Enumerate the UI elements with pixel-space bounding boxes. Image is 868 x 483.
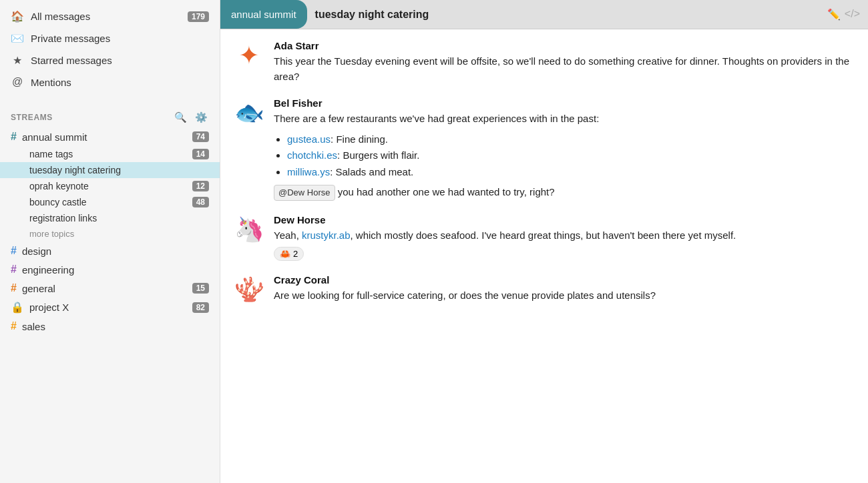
sidebar-stream-sales[interactable]: # sales bbox=[0, 317, 220, 336]
dew-text-after: , which mostly does seafood. I've heard … bbox=[351, 229, 736, 241]
star-icon: ★ bbox=[11, 54, 24, 67]
stream-badge-annual-summit: 74 bbox=[192, 131, 209, 142]
reaction-crab[interactable]: 🦀 2 bbox=[274, 247, 304, 261]
stream-hash-sales-icon: # bbox=[11, 320, 17, 332]
sidebar-item-starred-messages[interactable]: ★ Starred messages bbox=[0, 49, 220, 71]
sidebar: 🏠 All messages 179 ✉️ Private messages ★… bbox=[0, 0, 220, 483]
sender-dew: Dew Horse bbox=[274, 214, 855, 225]
stream-name-project-x: project X bbox=[29, 302, 188, 313]
dew-text-before: Yeah, bbox=[274, 229, 302, 241]
topic-label-name-tags: name tags bbox=[29, 149, 188, 159]
topic-label-bouncy-castle: bouncy castle bbox=[29, 197, 188, 207]
sidebar-nav: 🏠 All messages 179 ✉️ Private messages ★… bbox=[0, 0, 220, 98]
bel-text-before: There are a few restaurants we've had gr… bbox=[274, 113, 599, 124]
home-icon: 🏠 bbox=[11, 10, 24, 23]
milliwa-link[interactable]: milliwa.ys bbox=[287, 166, 330, 177]
sidebar-stream-design[interactable]: # design bbox=[0, 242, 220, 260]
sender-coral: Crazy Coral bbox=[274, 274, 855, 286]
message-text-dew: Yeah, krustykr.ab, which mostly does sea… bbox=[274, 228, 855, 244]
sidebar-item-all-messages[interactable]: 🏠 All messages 179 bbox=[0, 5, 220, 27]
list-item-milliwa: milliwa.ys: Salads and meat. bbox=[287, 165, 855, 180]
message-group-bel: 🐟 Bel Fisher There are a few restaurants… bbox=[234, 97, 855, 201]
bel-restaurant-list: gustea.us: Fine dining. chotchki.es: Bur… bbox=[287, 132, 855, 180]
avatar-bel: 🐟 bbox=[234, 97, 264, 128]
search-streams-button[interactable]: 🔍 bbox=[173, 110, 188, 125]
topbar-stream-tag[interactable]: annual summit bbox=[220, 0, 307, 29]
code-view-icon[interactable]: </> bbox=[845, 8, 860, 21]
bel-text-after: you had another one we had wanted to try… bbox=[338, 186, 555, 197]
stream-name-sales: sales bbox=[22, 321, 209, 332]
list-item-chotchki: chotchki.es: Burgers with flair. bbox=[287, 148, 855, 163]
sidebar-stream-annual-summit[interactable]: # annual summit 74 bbox=[0, 127, 220, 146]
envelope-icon: ✉️ bbox=[11, 32, 24, 45]
sidebar-stream-project-x[interactable]: 🔒 project X 82 bbox=[0, 298, 220, 317]
sidebar-label-all-messages: All messages bbox=[31, 11, 184, 22]
main-content: annual summit tuesday night catering ✏️ … bbox=[220, 0, 868, 483]
sidebar-stream-engineering[interactable]: # engineering bbox=[0, 260, 220, 279]
message-content-dew: Dew Horse Yeah, krustykr.ab, which mostl… bbox=[274, 214, 855, 262]
avatar-coral: 🪸 bbox=[234, 274, 264, 305]
streams-header: STREAMS 🔍 ⚙️ bbox=[0, 103, 220, 127]
sidebar-item-private-messages[interactable]: ✉️ Private messages bbox=[0, 27, 220, 49]
topbar-actions: ✏️ </> bbox=[827, 8, 868, 21]
stream-hash-engineering-icon: # bbox=[11, 264, 17, 276]
message-text-coral: Are we looking for full-service catering… bbox=[274, 288, 855, 304]
avatar-dew: 🦄 bbox=[234, 214, 264, 245]
lock-icon: 🔒 bbox=[11, 301, 24, 314]
sender-ada: Ada Starr bbox=[274, 40, 855, 51]
topic-label-tuesday-night-catering: tuesday night catering bbox=[29, 165, 209, 175]
krustykr-link[interactable]: krustykr.ab bbox=[302, 229, 351, 241]
streams-actions: 🔍 ⚙️ bbox=[173, 110, 209, 125]
list-item-gustea: gustea.us: Fine dining. bbox=[287, 132, 855, 147]
reaction-count: 2 bbox=[293, 249, 298, 259]
all-messages-badge: 179 bbox=[188, 11, 209, 22]
stream-badge-general: 15 bbox=[192, 283, 209, 294]
topic-label-oprah-keynote: oprah keynote bbox=[29, 181, 188, 191]
topic-registration-links[interactable]: registration links bbox=[0, 210, 220, 226]
stream-name-annual-summit: annual summit bbox=[22, 131, 188, 143]
manage-streams-button[interactable]: ⚙️ bbox=[194, 110, 209, 125]
message-group-dew: 🦄 Dew Horse Yeah, krustykr.ab, which mos… bbox=[234, 214, 855, 262]
reaction-emoji: 🦀 bbox=[280, 249, 290, 259]
topic-label-registration-links: registration links bbox=[29, 213, 209, 223]
message-content-bel: Bel Fisher There are a few restaurants w… bbox=[274, 97, 855, 201]
at-icon: @ bbox=[11, 76, 24, 88]
message-content-coral: Crazy Coral Are we looking for full-serv… bbox=[274, 274, 855, 305]
topbar: annual summit tuesday night catering ✏️ … bbox=[220, 0, 868, 29]
streams-section-label: STREAMS bbox=[11, 113, 173, 122]
sidebar-stream-general[interactable]: # general 15 bbox=[0, 279, 220, 298]
topic-bouncy-castle[interactable]: bouncy castle 48 bbox=[0, 194, 220, 210]
stream-hash-icon: # bbox=[11, 131, 17, 143]
message-group-coral: 🪸 Crazy Coral Are we looking for full-se… bbox=[234, 274, 855, 305]
mention-dew-horse[interactable]: @Dew Horse bbox=[274, 185, 335, 201]
stream-name-general: general bbox=[22, 283, 188, 294]
sidebar-label-starred-messages: Starred messages bbox=[31, 55, 209, 66]
topic-oprah-keynote[interactable]: oprah keynote 12 bbox=[0, 178, 220, 194]
stream-hash-general-icon: # bbox=[11, 282, 17, 294]
topic-badge-name-tags: 14 bbox=[192, 149, 209, 159]
sidebar-item-mentions[interactable]: @ Mentions bbox=[0, 71, 220, 93]
message-content-ada: Ada Starr This year the Tuesday evening … bbox=[274, 40, 855, 84]
stream-badge-project-x: 82 bbox=[192, 302, 209, 313]
stream-hash-design-icon: # bbox=[11, 245, 17, 257]
topic-name-tags[interactable]: name tags 14 bbox=[0, 146, 220, 162]
stream-name-engineering: engineering bbox=[22, 264, 209, 276]
topic-tuesday-night-catering[interactable]: tuesday night catering bbox=[0, 162, 220, 178]
avatar-ada: ✦ bbox=[234, 40, 264, 71]
message-text-ada: This year the Tuesday evening event will… bbox=[274, 54, 855, 84]
sidebar-label-mentions: Mentions bbox=[31, 77, 209, 88]
messages-area: ✦ Ada Starr This year the Tuesday evenin… bbox=[220, 29, 868, 483]
chotchki-link[interactable]: chotchki.es bbox=[287, 149, 337, 161]
topbar-topic: tuesday night catering bbox=[308, 9, 827, 21]
more-topics-link[interactable]: more topics bbox=[0, 226, 220, 242]
topic-badge-bouncy-castle: 48 bbox=[192, 197, 209, 207]
sender-bel: Bel Fisher bbox=[274, 97, 855, 109]
stream-name-design: design bbox=[22, 246, 209, 257]
gustea-link[interactable]: gustea.us bbox=[287, 133, 331, 145]
message-group-ada: ✦ Ada Starr This year the Tuesday evenin… bbox=[234, 40, 855, 84]
topic-badge-oprah-keynote: 12 bbox=[192, 181, 209, 191]
message-text-bel: There are a few restaurants we've had gr… bbox=[274, 111, 855, 201]
sidebar-label-private-messages: Private messages bbox=[31, 33, 209, 44]
edit-topic-icon[interactable]: ✏️ bbox=[827, 8, 841, 21]
